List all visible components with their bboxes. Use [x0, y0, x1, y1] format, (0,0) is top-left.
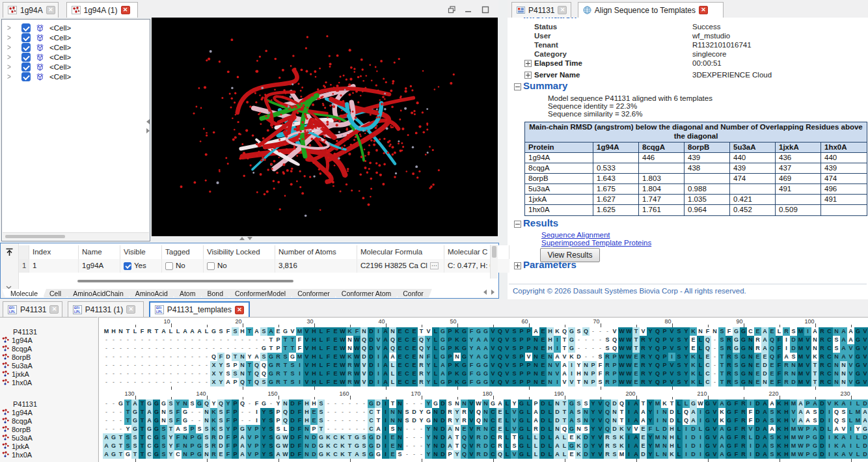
chevron-right-icon[interactable]: > — [7, 72, 11, 81]
tab-p41131-1-[interactable]: EFILPLP41131 (1)✕ — [68, 301, 144, 317]
visible-checkbox[interactable] — [124, 262, 131, 270]
column-header-number-of-atoms[interactable]: Number of Atoms — [275, 245, 357, 259]
tree-row-cell[interactable]: ><Cell> — [2, 62, 150, 72]
molecular-3d-viewport[interactable] — [152, 18, 498, 236]
table-hscrollbar[interactable] — [66, 279, 430, 283]
sequence-name-p41131[interactable]: P41131 — [13, 400, 37, 408]
cell-index[interactable]: 1 — [29, 259, 79, 273]
splitter-collapse-up-icon[interactable] — [239, 237, 245, 240]
restore-window-icon[interactable] — [448, 5, 456, 16]
level-tab-confor[interactable]: Confor — [394, 289, 432, 297]
close-tab-icon[interactable]: ✕ — [126, 305, 135, 314]
tab-p41131-templates[interactable]: EFILPLP41131_templates✕ — [149, 301, 250, 317]
chevron-right-icon[interactable]: > — [7, 23, 11, 33]
level-tab-bond[interactable]: Bond — [198, 289, 232, 297]
expand-elapsed-time-icon[interactable] — [524, 60, 532, 67]
column-header-visibility-locked[interactable]: Visibility Locked — [204, 245, 275, 259]
expand-parameters-icon[interactable] — [514, 262, 521, 269]
splitter-collapse-left-icon[interactable] — [146, 119, 150, 124]
sequence-name-8cqga[interactable]: 8cqgA — [2, 416, 32, 425]
tab-align-sequence-to-templates[interactable]: Align Sequence to Templates✕ — [578, 2, 724, 18]
close-tab-icon[interactable]: ✕ — [46, 6, 55, 14]
tree-row-cell[interactable]: ><Cell> — [2, 33, 150, 42]
cell-number-of-atoms[interactable]: 3,816 — [275, 259, 357, 273]
chevron-right-icon[interactable]: > — [7, 43, 11, 52]
sequence-name-1hx0a[interactable]: 1hx0A — [2, 450, 32, 459]
tree-row-cell[interactable]: ><Cell> — [2, 23, 150, 33]
level-tab-conformer[interactable]: Conformer — [289, 289, 338, 297]
tab-p41131[interactable]: P41131✕ — [511, 2, 571, 18]
level-tab-aminoacid[interactable]: AminoAcid — [127, 289, 176, 297]
table-vscrollbar[interactable] — [490, 245, 498, 279]
level-tab-conformer-atom[interactable]: Conformer Atom — [333, 289, 400, 297]
close-tab-icon[interactable]: ✕ — [699, 6, 708, 14]
collapse-results-icon[interactable] — [514, 221, 521, 228]
visibility-checkbox[interactable] — [21, 62, 31, 72]
expand-server-name-icon[interactable] — [524, 72, 532, 79]
superimposed-templates-link[interactable]: Superimposed Template Proteins — [541, 239, 651, 247]
close-tab-icon[interactable]: ✕ — [235, 306, 244, 314]
visibility-checkbox[interactable] — [21, 33, 31, 42]
sequence-name-8orpb[interactable]: 8orpB — [2, 425, 31, 433]
visibility-checkbox[interactable] — [21, 43, 31, 52]
column-header-index[interactable]: Index — [29, 245, 79, 259]
tree-hscrollbar[interactable] — [3, 232, 149, 240]
chevron-right-icon[interactable]: > — [7, 62, 11, 72]
pin-panel-icon[interactable] — [5, 247, 14, 260]
cell-molecular-c[interactable]: C: 0.477, H: 0 — [444, 259, 509, 273]
tree-hscroll-thumb[interactable] — [5, 235, 65, 238]
visibility-locked-checkbox[interactable] — [207, 262, 215, 270]
hscroll-thumb[interactable] — [77, 280, 293, 282]
sequence-alignment-grid[interactable]: 102030405060708090100MHNTLFRTALLAAALGSFS… — [98, 317, 868, 462]
minimize-window-icon[interactable] — [465, 5, 472, 16]
sequence-alignment-link[interactable]: Sequence Alignment — [541, 231, 610, 239]
cell-name[interactable]: 1g94A — [79, 259, 120, 273]
cell-molecular-formula[interactable]: C2196 H3825 Ca Cl⋯ — [357, 259, 444, 273]
close-tab-icon[interactable]: ✕ — [558, 6, 567, 14]
chevron-right-icon[interactable]: > — [7, 33, 11, 42]
close-tab-icon[interactable]: ✕ — [121, 6, 130, 14]
sequence-name-8orpb[interactable]: 8orpB — [2, 353, 31, 361]
tab-1g94a-1-[interactable]: 1g94A (1)✕ — [66, 2, 139, 18]
sequence-name-1jxka[interactable]: 1jxkA — [2, 442, 29, 450]
tab-scroll-right-icon[interactable] — [491, 290, 495, 295]
sequence-name-5u3aa[interactable]: 5u3aA — [2, 361, 33, 370]
seq-cell: G — [196, 433, 203, 442]
sequence-name-p41131[interactable]: P41131 — [13, 327, 37, 336]
cell-visibility-locked[interactable]: No — [204, 259, 275, 273]
close-tab-icon[interactable]: ✕ — [49, 305, 59, 314]
tagged-checkbox[interactable] — [165, 262, 173, 270]
cell-tagged[interactable]: No — [162, 259, 204, 273]
sequence-name-1jxka[interactable]: 1jxkA — [2, 370, 29, 378]
level-tab-conformermodel[interactable]: ConformerModel — [226, 289, 294, 297]
visibility-checkbox[interactable] — [21, 23, 31, 33]
level-tab-molecule[interactable]: Molecule — [2, 289, 46, 297]
sequence-name-1g94a[interactable]: 1g94A — [2, 336, 33, 344]
chevron-right-icon[interactable]: > — [7, 53, 11, 62]
tree-row-cell[interactable]: ><Cell> — [2, 42, 150, 52]
column-header-name[interactable]: Name — [79, 245, 120, 259]
sequence-name-1hx0a[interactable]: 1hx0A — [2, 378, 32, 387]
tree-row-cell[interactable]: ><Cell> — [2, 72, 150, 81]
splitter-collapse-down-icon[interactable] — [247, 237, 252, 240]
sequence-name-1g94a[interactable]: 1g94A — [2, 408, 33, 416]
maximize-window-icon[interactable] — [481, 5, 489, 16]
tree-row-cell[interactable]: ><Cell> — [2, 52, 150, 62]
collapse-summary-icon[interactable] — [514, 83, 521, 90]
visibility-checkbox[interactable] — [21, 53, 31, 62]
vscroll-thumb[interactable] — [492, 246, 496, 258]
tab-p41131[interactable]: EFILPLP41131✕ — [3, 301, 62, 317]
column-header-tagged[interactable]: Tagged — [162, 245, 204, 259]
column-header-molecular-formula[interactable]: Molecular Formula — [357, 245, 444, 259]
cell-visible[interactable]: Yes — [120, 259, 162, 273]
level-tab-aminoacidchain[interactable]: AminoAcidChain — [64, 289, 132, 297]
column-header-visible[interactable]: Visible — [120, 245, 162, 259]
sequence-name-5u3aa[interactable]: 5u3aA — [2, 433, 33, 442]
tab-1g94a[interactable]: 1g94A✕ — [3, 2, 59, 18]
level-tab-atom[interactable]: Atom — [171, 289, 204, 297]
column-header-molecular-c[interactable]: Molecular C — [444, 245, 509, 259]
splitter-collapse-right-icon[interactable] — [146, 128, 150, 133]
visibility-checkbox[interactable] — [21, 72, 31, 81]
sequence-name-8cqga[interactable]: 8cqgA — [2, 344, 32, 353]
tab-scroll-left-icon[interactable] — [483, 290, 487, 295]
